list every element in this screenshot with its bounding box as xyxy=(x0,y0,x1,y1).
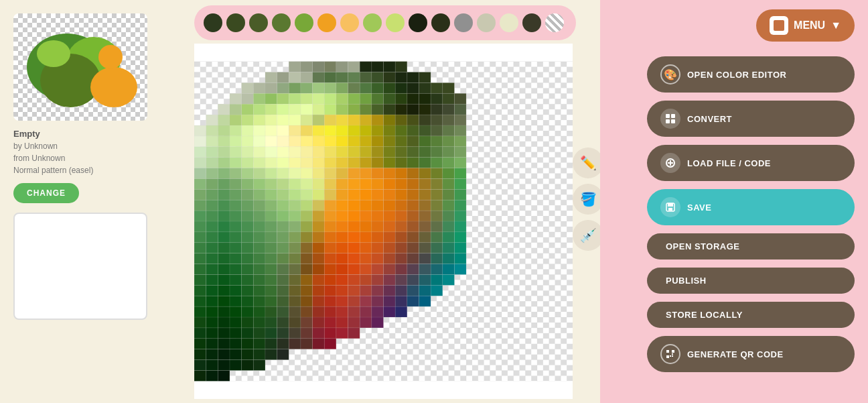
color-swatch-2[interactable] xyxy=(226,13,245,32)
svg-rect-483 xyxy=(289,296,301,306)
svg-rect-249 xyxy=(206,189,218,200)
svg-rect-402 xyxy=(384,253,396,264)
svg-rect-366 xyxy=(230,243,242,253)
svg-rect-182 xyxy=(230,158,242,168)
save-icon xyxy=(660,197,680,217)
svg-rect-468 xyxy=(360,285,372,296)
svg-rect-297 xyxy=(230,211,242,221)
svg-rect-202 xyxy=(194,168,206,179)
svg-rect-369 xyxy=(265,243,277,253)
color-swatch-10[interactable] xyxy=(409,13,427,32)
color-swatch-11[interactable] xyxy=(431,13,450,32)
svg-rect-272 xyxy=(206,200,218,211)
store-locally-button[interactable]: STORE LOCALLY xyxy=(647,302,855,328)
svg-rect-397 xyxy=(324,253,336,264)
svg-rect-9 xyxy=(336,62,348,72)
svg-rect-224 xyxy=(454,168,466,179)
svg-rect-170 xyxy=(360,147,372,158)
svg-rect-401 xyxy=(372,253,384,264)
svg-rect-277 xyxy=(265,200,277,211)
svg-rect-78 xyxy=(348,104,360,115)
svg-rect-111 xyxy=(206,125,218,136)
color-swatch-7[interactable] xyxy=(340,13,359,32)
open-color-editor-button[interactable]: 🎨 OPEN COLOR EDITOR xyxy=(647,56,855,93)
svg-rect-113 xyxy=(230,125,242,136)
svg-rect-44 xyxy=(419,82,431,93)
svg-rect-251 xyxy=(230,189,242,200)
svg-rect-304 xyxy=(313,211,325,221)
load-file-code-label: LOAD FILE / CODE xyxy=(687,158,771,168)
color-swatch-1[interactable] xyxy=(204,13,222,32)
color-swatch-3[interactable] xyxy=(249,13,268,32)
svg-rect-478 xyxy=(230,296,242,306)
svg-rect-195 xyxy=(384,158,396,168)
svg-rect-507 xyxy=(336,306,348,317)
color-swatch-12[interactable] xyxy=(454,13,473,32)
svg-rect-236 xyxy=(324,178,336,189)
svg-rect-556 xyxy=(206,349,218,360)
svg-rect-433 xyxy=(206,274,218,285)
color-swatch-6[interactable] xyxy=(317,13,336,32)
svg-rect-525 xyxy=(336,317,348,328)
save-button[interactable]: SAVE xyxy=(647,189,855,225)
color-swatch-14[interactable] xyxy=(500,13,518,32)
svg-rect-308 xyxy=(360,211,372,221)
svg-rect-148 xyxy=(372,136,384,147)
svg-rect-462 xyxy=(289,285,301,296)
svg-rect-77 xyxy=(336,104,348,115)
menu-button[interactable]: MENU ▼ xyxy=(756,9,855,42)
load-file-code-button[interactable]: LOAD FILE / CODE xyxy=(647,145,855,181)
svg-rect-526 xyxy=(348,317,360,328)
svg-rect-211 xyxy=(301,168,313,179)
pixel-canvas[interactable] xyxy=(194,44,573,399)
svg-rect-176 xyxy=(431,147,443,158)
svg-rect-59 xyxy=(372,93,384,104)
svg-rect-492 xyxy=(395,296,407,306)
svg-rect-144 xyxy=(324,136,336,147)
color-swatch-4[interactable] xyxy=(272,13,291,32)
svg-rect-123 xyxy=(348,125,360,136)
svg-rect-505 xyxy=(313,306,325,317)
color-swatch-striped[interactable] xyxy=(545,13,564,32)
svg-rect-316 xyxy=(454,211,466,221)
open-storage-button[interactable]: OPEN STORAGE xyxy=(647,233,855,260)
fill-tool-button[interactable]: 🪣 xyxy=(573,184,603,215)
svg-rect-486 xyxy=(324,296,336,306)
svg-rect-184 xyxy=(253,158,265,168)
svg-rect-79 xyxy=(360,104,372,115)
svg-rect-337 xyxy=(431,221,443,232)
publish-button[interactable]: PUBLISH xyxy=(647,268,855,294)
svg-rect-484 xyxy=(301,296,313,306)
svg-rect-226 xyxy=(206,178,218,189)
pencil-tool-button[interactable]: ✏️ xyxy=(573,148,603,178)
svg-rect-541 xyxy=(336,328,348,339)
color-swatch-13[interactable] xyxy=(477,13,496,32)
generate-qr-code-button[interactable]: GENERATE QR CODE xyxy=(647,336,855,372)
svg-rect-557 xyxy=(218,349,230,360)
svg-rect-229 xyxy=(242,178,254,189)
change-button[interactable]: CHANGE xyxy=(13,183,79,203)
svg-rect-85 xyxy=(431,104,443,115)
svg-rect-343 xyxy=(230,232,242,243)
svg-rect-634 xyxy=(666,114,670,118)
svg-rect-538 xyxy=(301,328,313,339)
svg-rect-530 xyxy=(206,328,218,339)
svg-rect-350 xyxy=(313,232,325,243)
svg-rect-256 xyxy=(289,189,301,200)
convert-button[interactable]: CONVERT xyxy=(647,101,855,137)
svg-rect-168 xyxy=(336,147,348,158)
svg-rect-502 xyxy=(277,306,289,317)
color-swatch-8[interactable] xyxy=(363,13,382,32)
svg-rect-325 xyxy=(289,221,301,232)
svg-rect-326 xyxy=(301,221,313,232)
svg-rect-134 xyxy=(206,136,218,147)
color-swatch-9[interactable] xyxy=(386,13,405,32)
svg-rect-265 xyxy=(395,189,407,200)
eyedropper-tool-button[interactable]: 💉 xyxy=(573,220,603,251)
color-swatch-5[interactable] xyxy=(295,13,313,32)
svg-rect-173 xyxy=(395,147,407,158)
svg-rect-355 xyxy=(372,232,384,243)
color-swatch-15[interactable] xyxy=(522,13,541,32)
svg-rect-10 xyxy=(348,62,360,72)
svg-rect-346 xyxy=(265,232,277,243)
